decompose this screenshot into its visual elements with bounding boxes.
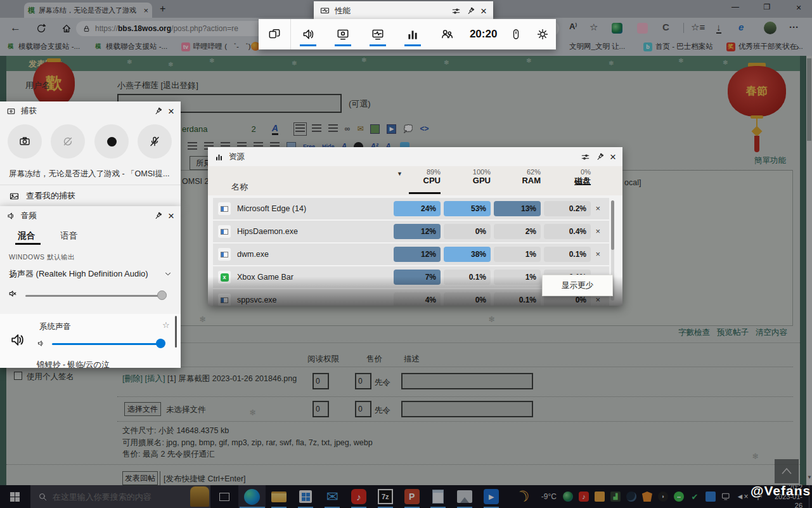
mouse-passthrough-button[interactable] <box>502 19 529 49</box>
record-dot-icon <box>107 137 117 147</box>
capture-panel-titlebar[interactable]: 捕获 × <box>0 101 181 120</box>
screenshot-button[interactable] <box>8 124 42 159</box>
cpu-cell: 24% <box>394 201 441 216</box>
name-column-header[interactable]: 名称 <box>231 181 248 193</box>
cpu-sort-underline <box>409 192 441 194</box>
resources-close-icon[interactable]: × <box>610 152 616 162</box>
disk-column-header[interactable]: 0% 磁盘 <box>544 168 591 187</box>
mic-toggle-button[interactable] <box>138 124 172 159</box>
small-speaker-icon <box>37 339 45 348</box>
process-row[interactable]: dwm.exe 12% 38% 1% 0.1% × <box>213 244 609 265</box>
performance-close-icon[interactable]: × <box>480 6 487 16</box>
gear-icon <box>536 28 549 41</box>
gpu-cell: 0% <box>444 224 491 239</box>
performance-widget-icon <box>320 6 330 16</box>
capture-panel: 捕获 × 屏幕冻结，无论是否进入了游戏 - 「OMSI提... 查看我的捕获 <box>0 101 181 206</box>
bar-chart-icon <box>406 27 420 41</box>
system-sound-label: 系统声音 <box>39 322 71 332</box>
screen: 模 屏幕冻结，无论是否进入了游戏 × + — ❐ × ← https://bbs… <box>0 0 812 508</box>
capture-widget-icon <box>6 107 16 116</box>
tab-voice[interactable]: 语音 <box>60 230 77 242</box>
ram-cell: 1% <box>494 247 541 262</box>
performance-widget-button[interactable] <box>361 19 396 49</box>
disk-cell: 0.2% <box>544 201 591 216</box>
audio-panel-titlebar[interactable]: 音频 × <box>0 206 181 225</box>
app-icon <box>218 202 231 215</box>
mic-muted-icon <box>148 135 161 148</box>
system-sound-icon <box>9 332 25 348</box>
social-widget-button[interactable] <box>430 19 465 49</box>
record-last-icon <box>61 135 74 148</box>
performance-widget-titlebar[interactable]: 性能 × <box>314 1 493 20</box>
close-process-icon[interactable]: × <box>595 226 600 236</box>
performance-pin-icon[interactable] <box>466 6 475 16</box>
cpu-cell: 4% <box>394 292 441 306</box>
close-process-icon[interactable]: × <box>595 204 600 213</box>
app-icon <box>218 294 231 306</box>
gallery-icon <box>9 191 20 202</box>
output-volume-thumb[interactable] <box>157 290 167 300</box>
resources-scrollbar-thumb[interactable] <box>611 200 614 250</box>
output-muted-icon[interactable] <box>8 289 18 299</box>
audio-widget-icon <box>6 211 16 221</box>
widget-menu-icon <box>267 27 281 41</box>
favorite-star-icon[interactable]: ☆ <box>162 320 170 330</box>
chevron-down-icon <box>164 270 172 278</box>
disk-cell: 0.1% <box>544 247 591 262</box>
disk-cell: 0.4% <box>544 224 591 239</box>
audio-scrollbar[interactable] <box>175 316 177 348</box>
widget-menu-button[interactable] <box>259 19 290 49</box>
mouse-icon <box>510 28 522 41</box>
performance-icon <box>371 27 385 41</box>
ram-cell: 13% <box>494 201 541 216</box>
tab-mix-underline <box>15 243 41 245</box>
show-captures-link[interactable]: 查看我的捕获 <box>9 190 75 202</box>
system-volume-slider[interactable] <box>52 343 160 345</box>
capture-close-icon[interactable]: × <box>168 106 174 117</box>
audio-panel: 音频 × 混合 语音 WINDOWS 默认输出 扬声器 (Realtek Hig… <box>0 206 181 368</box>
resources-panel-titlebar[interactable]: 资源 × <box>208 147 622 166</box>
close-process-icon[interactable]: × <box>595 295 600 304</box>
process-row[interactable]: Microsoft Edge (14) 24% 53% 13% 0.2% × <box>213 198 609 219</box>
resources-table-header: 名称 ▼ 89% CPU 100% GPU 62% RAM 0% 磁盘 <box>208 166 622 195</box>
gamebar-settings-button[interactable] <box>529 19 556 49</box>
resources-options-icon[interactable] <box>581 152 590 162</box>
ram-cell: 0.1% <box>494 292 541 306</box>
audio-widget-button[interactable] <box>291 19 326 49</box>
cpu-cell: 7% <box>394 270 441 285</box>
resources-widget-icon <box>214 152 224 162</box>
capture-target-caption: 屏幕冻结，无论是否进入了游戏 - 「OMSI提... <box>9 169 175 179</box>
speaker-icon <box>301 27 315 41</box>
tab-mix[interactable]: 混合 <box>18 230 35 242</box>
resources-widget-button[interactable] <box>395 19 430 49</box>
camera-icon <box>18 135 31 148</box>
record-button[interactable] <box>94 124 129 159</box>
resources-pin-icon[interactable] <box>595 152 605 162</box>
ram-cell: 2% <box>494 224 541 239</box>
divider <box>0 185 181 185</box>
cpu-column-header[interactable]: 89% CPU <box>394 168 441 185</box>
capture-pin-icon[interactable] <box>153 107 163 116</box>
gpu-cell: 53% <box>444 201 491 216</box>
next-app-label: 锦鲤抄 - 银临/云の泣 <box>37 360 110 368</box>
close-process-icon[interactable]: × <box>595 249 600 259</box>
ram-column-header[interactable]: 62% RAM <box>494 168 541 185</box>
gpu-cell: 38% <box>444 247 491 262</box>
capture-widget-button[interactable] <box>326 19 361 49</box>
gpu-column-header[interactable]: 100% GPU <box>444 168 491 185</box>
system-volume-thumb[interactable] <box>156 339 165 348</box>
record-last-button[interactable] <box>51 124 85 159</box>
people-icon <box>440 27 454 41</box>
cpu-cell: 12% <box>394 224 441 239</box>
output-device-select[interactable]: 扬声器 (Realtek High Definition Audio) <box>9 268 172 280</box>
audio-pin-icon[interactable] <box>153 211 163 221</box>
audio-close-icon[interactable]: × <box>168 211 174 221</box>
audio-panel-title: 音频 <box>21 211 37 221</box>
mixer-card: 系统声音 ☆ 锦鲤抄 - 银临/云の泣 <box>0 314 181 368</box>
gpu-cell: 0.1% <box>444 270 491 285</box>
performance-options-icon[interactable] <box>451 6 461 16</box>
gamebar-clock: 20:20 <box>465 28 503 41</box>
output-volume-slider[interactable] <box>25 295 166 297</box>
show-less-button[interactable]: 显示更少 <box>542 275 613 296</box>
process-row[interactable]: HipsDaemon.exe 12% 0% 2% 0.4% × <box>213 221 609 242</box>
